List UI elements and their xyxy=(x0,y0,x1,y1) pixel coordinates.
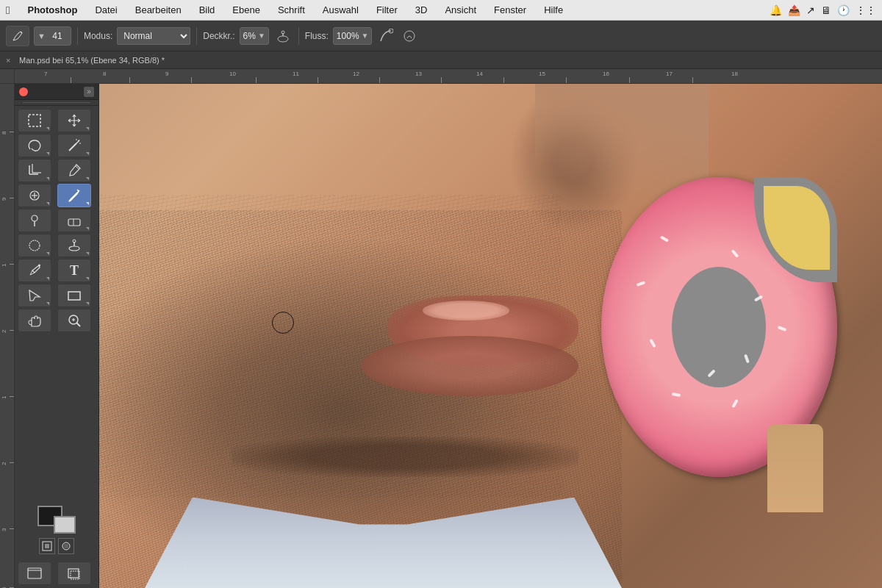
tool-arrow-icon xyxy=(86,227,89,230)
type-icon-letter: T xyxy=(70,263,79,279)
hand-tool[interactable] xyxy=(18,309,51,332)
menu-schrift[interactable]: Schrift xyxy=(275,3,308,17)
lasso-tool[interactable] xyxy=(18,134,51,157)
sync-icon[interactable]: ↗ xyxy=(806,4,815,16)
svg-rect-41 xyxy=(68,569,79,578)
panel-expand-button[interactable]: » xyxy=(84,87,94,97)
svg-rect-30 xyxy=(68,292,80,300)
background-color-swatch[interactable] xyxy=(54,516,76,534)
artboard-tool[interactable] xyxy=(57,562,91,585)
swatch-container xyxy=(37,506,76,534)
ruler-top-mark: 10 xyxy=(229,71,236,77)
dodge-tool[interactable] xyxy=(57,234,91,257)
menu-datei[interactable]: Datei xyxy=(92,3,120,17)
tool-arrow-icon xyxy=(86,302,89,305)
tool-arrow-icon xyxy=(46,202,49,205)
menu-ansicht[interactable]: Ansicht xyxy=(442,3,479,17)
doc-close-icon[interactable]: × xyxy=(6,56,15,65)
menu-filter[interactable]: Filter xyxy=(373,3,401,17)
magic-wand-tool[interactable] xyxy=(57,134,91,157)
ruler-top-tick xyxy=(379,77,380,83)
screen-mode-tool[interactable] xyxy=(18,562,51,585)
canvas-area[interactable]: 7 8 9 10 11 12 13 14 15 16 17 18 xyxy=(15,69,882,588)
eraser-tool[interactable] xyxy=(57,209,91,232)
tool-arrow-icon xyxy=(86,152,89,155)
ruler-top: 7 8 9 10 11 12 13 14 15 16 17 18 xyxy=(15,69,882,84)
opacity-value: 6% xyxy=(243,31,256,41)
flow-control[interactable]: 100% ▼ xyxy=(333,27,373,45)
tool-arrow-icon xyxy=(46,302,49,305)
ruler-top-mark: 8 xyxy=(103,71,106,77)
tool-arrow-icon xyxy=(46,152,49,155)
smoothing-icon[interactable] xyxy=(376,26,395,46)
ruler-left-tick xyxy=(10,198,14,198)
ruler-top-mark: 16 xyxy=(603,71,609,77)
menu-hilfe[interactable]: Hilfe xyxy=(541,3,566,17)
display-icon[interactable]: 🖥 xyxy=(821,4,831,16)
menu-ebene[interactable]: Ebene xyxy=(229,3,263,17)
share-icon[interactable]: 📤 xyxy=(788,4,800,16)
color-swatches xyxy=(15,501,98,559)
ruler-top-mark: 12 xyxy=(353,71,359,77)
menu-auswahl[interactable]: Auswahl xyxy=(320,3,362,17)
svg-line-20 xyxy=(77,190,79,191)
ruler-top-mark: 11 xyxy=(293,71,299,77)
toolbar-sep-3 xyxy=(298,27,299,45)
chin-shadow xyxy=(232,437,578,477)
ruler-top-mark: 9 xyxy=(165,71,168,77)
document-tab: × Man.psd bei 65,1% (Ebene 34, RGB/8) * xyxy=(0,51,882,69)
zoom-tool[interactable] xyxy=(57,309,91,332)
menu-bild[interactable]: Bild xyxy=(196,3,218,17)
svg-rect-36 xyxy=(45,544,49,548)
brush-tool[interactable] xyxy=(57,184,91,207)
svg-line-0 xyxy=(21,32,22,33)
clock-icon[interactable]: 🕐 xyxy=(837,4,850,16)
crop-tool[interactable] xyxy=(18,159,51,182)
svg-point-1 xyxy=(278,36,288,42)
type-tool[interactable]: T xyxy=(57,259,91,282)
menu-photoshop[interactable]: Photoshop xyxy=(24,3,80,17)
path-select-tool[interactable] xyxy=(18,284,51,307)
tool-arrow-icon xyxy=(46,177,49,180)
airbrush-icon[interactable] xyxy=(273,26,293,46)
marquee-tool[interactable] xyxy=(18,109,51,132)
svg-point-29 xyxy=(38,265,40,267)
wifi-icon[interactable]: ⋮⋮ xyxy=(856,4,876,16)
blend-mode-select[interactable]: Normal Auflösen Abdunkeln Multiplizieren xyxy=(117,27,190,45)
brush-size-control[interactable]: ▼ 41 xyxy=(34,26,71,46)
photo-background xyxy=(15,84,882,588)
shape-tool[interactable] xyxy=(57,284,91,307)
ruler-top-tick xyxy=(191,77,192,83)
apple-logo-icon[interactable]:  xyxy=(6,4,10,16)
menu-bearbeiten[interactable]: Bearbeiten xyxy=(132,3,184,17)
svg-point-25 xyxy=(29,240,40,251)
lips-highlight xyxy=(423,301,509,320)
move-tool[interactable] xyxy=(57,109,91,132)
notification-icon[interactable]: 🔔 xyxy=(770,4,782,16)
standard-mode-button[interactable] xyxy=(39,538,55,554)
document-title: Man.psd bei 65,1% (Ebene 34, RGB/8) * xyxy=(19,56,165,65)
menu-fenster[interactable]: Fenster xyxy=(491,3,529,17)
tools-ruler xyxy=(15,100,98,106)
svg-rect-6 xyxy=(29,115,40,126)
ruler-top-mark: 7 xyxy=(44,71,47,77)
spot-heal-tool[interactable] xyxy=(18,184,51,207)
eyedropper-tool[interactable] xyxy=(57,159,91,182)
opacity-control[interactable]: 6% ▼ xyxy=(240,27,269,45)
panel-close-button[interactable] xyxy=(19,87,28,96)
hand xyxy=(767,424,823,512)
quick-mask-button[interactable] xyxy=(58,538,74,554)
clone-stamp-tool[interactable] xyxy=(18,209,51,232)
brush-tool-button[interactable] xyxy=(6,26,29,46)
tool-arrow-icon xyxy=(86,277,89,280)
blur-tool[interactable] xyxy=(18,234,51,257)
brush-size-input[interactable]: 41 xyxy=(47,28,68,44)
tool-arrow-icon xyxy=(46,252,49,255)
svg-point-21 xyxy=(32,215,37,221)
options-toolbar: ▼ 41 Modus: Normal Auflösen Abdunkeln Mu… xyxy=(0,21,882,51)
svg-rect-39 xyxy=(28,568,41,578)
pressure-icon[interactable] xyxy=(400,26,419,46)
menu-3d[interactable]: 3D xyxy=(412,3,431,17)
ruler-top-mark: 14 xyxy=(476,71,483,77)
pen-tool[interactable] xyxy=(18,259,51,282)
